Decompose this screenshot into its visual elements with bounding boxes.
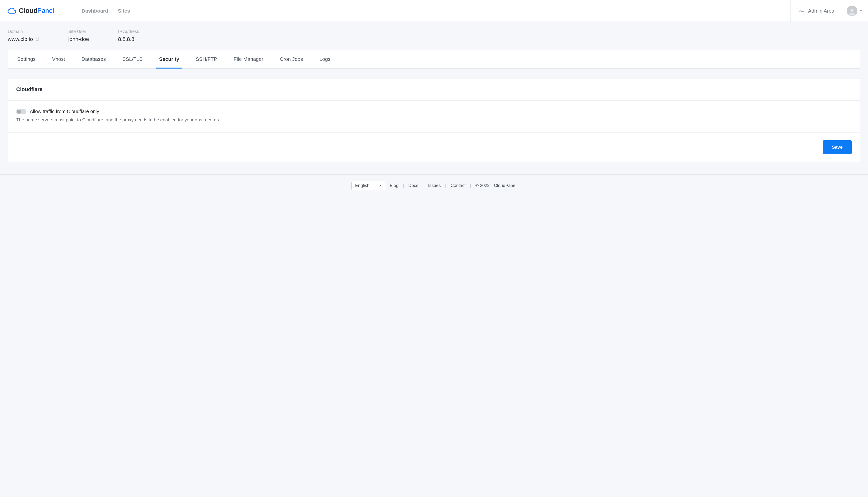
footer-sep: | [445, 183, 446, 188]
user-menu[interactable] [842, 0, 868, 22]
footer-product: CloudPanel [494, 183, 516, 188]
footer-sep: | [470, 183, 471, 188]
admin-gear-icon [798, 8, 805, 14]
site-tabs: Settings Vhost Databases SSL/TLS Securit… [8, 49, 860, 69]
chevron-down-icon [378, 184, 382, 188]
svg-point-2 [850, 9, 853, 12]
footer-copyright: © 2022 [475, 183, 489, 188]
domain-value[interactable]: www.clp.io [8, 36, 39, 42]
tab-databases[interactable]: Databases [79, 50, 109, 68]
site-user-group: Site User john-doe [68, 29, 89, 42]
card-footer: Save [8, 132, 860, 162]
tab-vhost[interactable]: Vhost [49, 50, 68, 68]
card-body: Allow traffic from Cloudflare only The n… [8, 100, 860, 132]
save-button[interactable]: Save [823, 140, 852, 154]
tab-logs[interactable]: Logs [316, 50, 333, 68]
footer-sep: | [423, 183, 424, 188]
svg-point-1 [802, 11, 803, 12]
caret-down-icon [860, 10, 862, 12]
footer-sep: | [403, 183, 404, 188]
toggle-knob [17, 110, 21, 114]
main-nav: Dashboard Sites [72, 0, 790, 22]
admin-area-link[interactable]: Admin Area [790, 0, 842, 22]
admin-area-label: Admin Area [808, 8, 834, 14]
tab-ssh[interactable]: SSH/FTP [193, 50, 220, 68]
cloudflare-toggle[interactable] [16, 109, 26, 114]
tab-security[interactable]: Security [156, 50, 182, 68]
tab-settings[interactable]: Settings [14, 50, 39, 68]
ip-value: 8.8.8.8 [118, 36, 139, 42]
tab-file-manager[interactable]: File Manager [231, 50, 266, 68]
footer-docs[interactable]: Docs [408, 183, 418, 188]
cloudflare-card: Cloudflare Allow traffic from Cloudflare… [8, 78, 860, 162]
nav-sites[interactable]: Sites [118, 8, 130, 14]
footer-issues[interactable]: Issues [428, 183, 441, 188]
svg-point-0 [800, 9, 801, 10]
card-title: Cloudflare [16, 86, 852, 93]
language-value: English [355, 183, 369, 188]
cloud-icon [7, 6, 16, 15]
nav-dashboard[interactable]: Dashboard [82, 8, 108, 14]
avatar [847, 5, 857, 16]
domain-label: Domain [8, 29, 39, 34]
ip-label: IP Address [118, 29, 139, 34]
cloudflare-toggle-label: Allow traffic from Cloudflare only [30, 109, 99, 114]
external-link-icon [35, 37, 39, 41]
logo-text: CloudPanel [19, 7, 54, 15]
cloudflare-toggle-help: The name servers must point to Cloudflar… [16, 117, 852, 123]
language-select[interactable]: English [352, 181, 385, 190]
ip-group: IP Address 8.8.8.8 [118, 29, 139, 42]
footer-blog[interactable]: Blog [390, 183, 398, 188]
page-footer: English Blog | Docs | Issues | Contact |… [0, 174, 868, 197]
site-user-value: john-doe [68, 36, 89, 42]
site-info-bar: Domain www.clp.io Site User john-doe IP … [0, 22, 868, 49]
tab-ssl[interactable]: SSL/TLS [119, 50, 145, 68]
cloudflare-toggle-row: Allow traffic from Cloudflare only [16, 109, 852, 114]
top-header: CloudPanel Dashboard Sites Admin Area [0, 0, 868, 22]
card-header: Cloudflare [8, 79, 860, 100]
site-user-label: Site User [68, 29, 89, 34]
domain-group: Domain www.clp.io [8, 29, 39, 42]
footer-contact[interactable]: Contact [451, 183, 466, 188]
tab-cron[interactable]: Cron Jobs [277, 50, 306, 68]
logo[interactable]: CloudPanel [0, 0, 72, 22]
